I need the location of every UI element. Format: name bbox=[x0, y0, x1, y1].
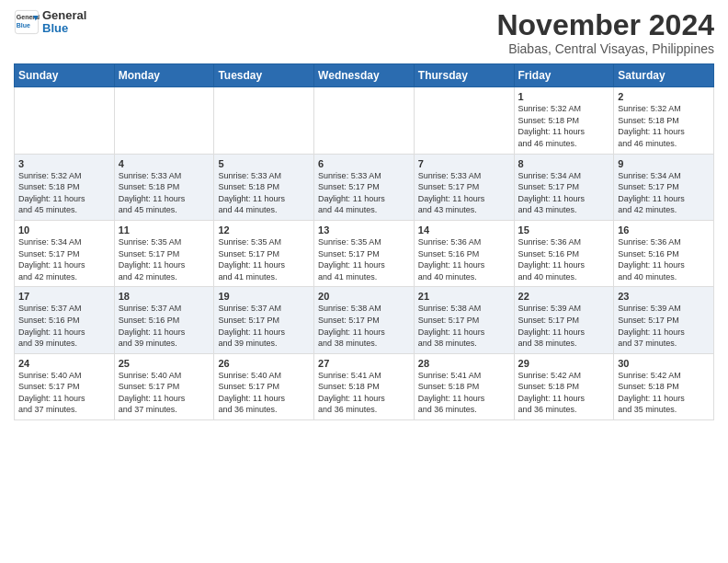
day-number: 12 bbox=[218, 224, 310, 236]
day-number: 23 bbox=[618, 291, 710, 302]
calendar-cell: 3Sunrise: 5:32 AM Sunset: 5:18 PM Daylig… bbox=[15, 154, 115, 220]
day-header-wednesday: Wednesday bbox=[314, 64, 415, 87]
day-info: Sunrise: 5:34 AM Sunset: 5:17 PM Dayligh… bbox=[18, 236, 110, 282]
calendar-cell bbox=[414, 87, 514, 154]
day-info: Sunrise: 5:37 AM Sunset: 5:16 PM Dayligh… bbox=[18, 303, 110, 349]
day-info: Sunrise: 5:36 AM Sunset: 5:16 PM Dayligh… bbox=[618, 236, 710, 282]
day-info: Sunrise: 5:40 AM Sunset: 5:17 PM Dayligh… bbox=[218, 370, 310, 416]
day-number: 30 bbox=[618, 358, 710, 369]
day-info: Sunrise: 5:36 AM Sunset: 5:16 PM Dayligh… bbox=[418, 236, 510, 282]
day-number: 20 bbox=[318, 291, 410, 302]
calendar-cell: 24Sunrise: 5:40 AM Sunset: 5:17 PM Dayli… bbox=[15, 353, 115, 419]
day-info: Sunrise: 5:32 AM Sunset: 5:18 PM Dayligh… bbox=[18, 170, 110, 216]
header-row: SundayMondayTuesdayWednesdayThursdayFrid… bbox=[15, 64, 714, 87]
day-number: 13 bbox=[318, 224, 410, 236]
calendar-cell: 22Sunrise: 5:39 AM Sunset: 5:17 PM Dayli… bbox=[514, 287, 614, 353]
logo-text: General Blue bbox=[42, 9, 86, 36]
day-number: 29 bbox=[518, 358, 610, 369]
calendar-cell: 26Sunrise: 5:40 AM Sunset: 5:17 PM Dayli… bbox=[214, 353, 314, 419]
day-number: 21 bbox=[418, 291, 510, 302]
calendar-cell: 28Sunrise: 5:41 AM Sunset: 5:18 PM Dayli… bbox=[414, 353, 514, 419]
day-info: Sunrise: 5:34 AM Sunset: 5:17 PM Dayligh… bbox=[518, 170, 610, 216]
day-number: 16 bbox=[618, 224, 710, 236]
day-info: Sunrise: 5:39 AM Sunset: 5:17 PM Dayligh… bbox=[518, 303, 610, 349]
day-number: 5 bbox=[218, 158, 310, 169]
subtitle: Biabas, Central Visayas, Philippines bbox=[496, 41, 714, 56]
calendar-cell: 5Sunrise: 5:33 AM Sunset: 5:18 PM Daylig… bbox=[214, 154, 314, 220]
day-info: Sunrise: 5:33 AM Sunset: 5:18 PM Dayligh… bbox=[218, 170, 310, 216]
day-header-sunday: Sunday bbox=[15, 64, 115, 87]
day-info: Sunrise: 5:38 AM Sunset: 5:17 PM Dayligh… bbox=[318, 303, 410, 349]
day-number: 18 bbox=[119, 291, 210, 302]
calendar: SundayMondayTuesdayWednesdayThursdayFrid… bbox=[14, 63, 714, 420]
svg-text:Blue: Blue bbox=[17, 22, 30, 29]
day-number: 7 bbox=[418, 158, 510, 169]
day-number: 11 bbox=[119, 224, 210, 236]
calendar-cell: 15Sunrise: 5:36 AM Sunset: 5:16 PM Dayli… bbox=[514, 220, 614, 286]
calendar-cell: 6Sunrise: 5:33 AM Sunset: 5:17 PM Daylig… bbox=[314, 154, 415, 220]
calendar-cell: 18Sunrise: 5:37 AM Sunset: 5:16 PM Dayli… bbox=[114, 287, 214, 353]
week-row-3: 17Sunrise: 5:37 AM Sunset: 5:16 PM Dayli… bbox=[15, 287, 714, 353]
day-info: Sunrise: 5:35 AM Sunset: 5:17 PM Dayligh… bbox=[119, 236, 210, 282]
day-header-thursday: Thursday bbox=[414, 64, 514, 87]
day-number: 9 bbox=[618, 158, 710, 169]
calendar-cell: 30Sunrise: 5:42 AM Sunset: 5:18 PM Dayli… bbox=[614, 353, 714, 419]
day-info: Sunrise: 5:42 AM Sunset: 5:18 PM Dayligh… bbox=[618, 370, 710, 416]
calendar-cell: 7Sunrise: 5:33 AM Sunset: 5:17 PM Daylig… bbox=[414, 154, 514, 220]
day-number: 8 bbox=[518, 158, 610, 169]
month-title: November 2024 bbox=[496, 9, 714, 41]
day-number: 3 bbox=[18, 158, 110, 169]
calendar-cell bbox=[114, 87, 214, 154]
day-number: 15 bbox=[518, 224, 610, 236]
logo-blue: Blue bbox=[42, 22, 86, 35]
day-info: Sunrise: 5:41 AM Sunset: 5:18 PM Dayligh… bbox=[318, 370, 410, 416]
day-number: 2 bbox=[618, 91, 710, 102]
day-info: Sunrise: 5:32 AM Sunset: 5:18 PM Dayligh… bbox=[518, 103, 610, 149]
calendar-cell: 14Sunrise: 5:36 AM Sunset: 5:16 PM Dayli… bbox=[414, 220, 514, 286]
calendar-cell: 9Sunrise: 5:34 AM Sunset: 5:17 PM Daylig… bbox=[614, 154, 714, 220]
day-number: 25 bbox=[119, 358, 210, 369]
calendar-cell: 21Sunrise: 5:38 AM Sunset: 5:17 PM Dayli… bbox=[414, 287, 514, 353]
header: General Blue General Blue November 2024 … bbox=[14, 9, 714, 56]
title-block: November 2024 Biabas, Central Visayas, P… bbox=[496, 9, 714, 56]
day-info: Sunrise: 5:35 AM Sunset: 5:17 PM Dayligh… bbox=[318, 236, 410, 282]
logo: General Blue General Blue bbox=[14, 9, 86, 36]
logo-general: General bbox=[42, 9, 86, 22]
calendar-body: 1Sunrise: 5:32 AM Sunset: 5:18 PM Daylig… bbox=[15, 87, 714, 420]
calendar-cell bbox=[314, 87, 415, 154]
calendar-cell: 12Sunrise: 5:35 AM Sunset: 5:17 PM Dayli… bbox=[214, 220, 314, 286]
day-info: Sunrise: 5:33 AM Sunset: 5:18 PM Dayligh… bbox=[119, 170, 210, 216]
day-info: Sunrise: 5:40 AM Sunset: 5:17 PM Dayligh… bbox=[119, 370, 210, 416]
day-number: 4 bbox=[119, 158, 210, 169]
day-header-monday: Monday bbox=[114, 64, 214, 87]
calendar-cell: 29Sunrise: 5:42 AM Sunset: 5:18 PM Dayli… bbox=[514, 353, 614, 419]
day-number: 27 bbox=[318, 358, 410, 369]
day-number: 22 bbox=[518, 291, 610, 302]
day-header-friday: Friday bbox=[514, 64, 614, 87]
calendar-cell: 20Sunrise: 5:38 AM Sunset: 5:17 PM Dayli… bbox=[314, 287, 415, 353]
calendar-cell: 1Sunrise: 5:32 AM Sunset: 5:18 PM Daylig… bbox=[514, 87, 614, 154]
calendar-cell: 11Sunrise: 5:35 AM Sunset: 5:17 PM Dayli… bbox=[114, 220, 214, 286]
day-info: Sunrise: 5:38 AM Sunset: 5:17 PM Dayligh… bbox=[418, 303, 510, 349]
week-row-4: 24Sunrise: 5:40 AM Sunset: 5:17 PM Dayli… bbox=[15, 353, 714, 419]
day-number: 6 bbox=[318, 158, 410, 169]
calendar-cell: 23Sunrise: 5:39 AM Sunset: 5:17 PM Dayli… bbox=[614, 287, 714, 353]
calendar-cell: 2Sunrise: 5:32 AM Sunset: 5:18 PM Daylig… bbox=[614, 87, 714, 154]
day-info: Sunrise: 5:37 AM Sunset: 5:17 PM Dayligh… bbox=[218, 303, 310, 349]
day-info: Sunrise: 5:35 AM Sunset: 5:17 PM Dayligh… bbox=[218, 236, 310, 282]
day-info: Sunrise: 5:39 AM Sunset: 5:17 PM Dayligh… bbox=[618, 303, 710, 349]
logo-icon: General Blue bbox=[14, 9, 40, 35]
week-row-0: 1Sunrise: 5:32 AM Sunset: 5:18 PM Daylig… bbox=[15, 87, 714, 154]
day-info: Sunrise: 5:42 AM Sunset: 5:18 PM Dayligh… bbox=[518, 370, 610, 416]
day-info: Sunrise: 5:37 AM Sunset: 5:16 PM Dayligh… bbox=[119, 303, 210, 349]
day-info: Sunrise: 5:33 AM Sunset: 5:17 PM Dayligh… bbox=[418, 170, 510, 216]
day-number: 19 bbox=[218, 291, 310, 302]
calendar-cell: 25Sunrise: 5:40 AM Sunset: 5:17 PM Dayli… bbox=[114, 353, 214, 419]
day-number: 10 bbox=[18, 224, 110, 236]
calendar-header: SundayMondayTuesdayWednesdayThursdayFrid… bbox=[15, 64, 714, 87]
day-number: 14 bbox=[418, 224, 510, 236]
day-info: Sunrise: 5:34 AM Sunset: 5:17 PM Dayligh… bbox=[618, 170, 710, 216]
day-info: Sunrise: 5:36 AM Sunset: 5:16 PM Dayligh… bbox=[518, 236, 610, 282]
week-row-1: 3Sunrise: 5:32 AM Sunset: 5:18 PM Daylig… bbox=[15, 154, 714, 220]
day-header-saturday: Saturday bbox=[614, 64, 714, 87]
